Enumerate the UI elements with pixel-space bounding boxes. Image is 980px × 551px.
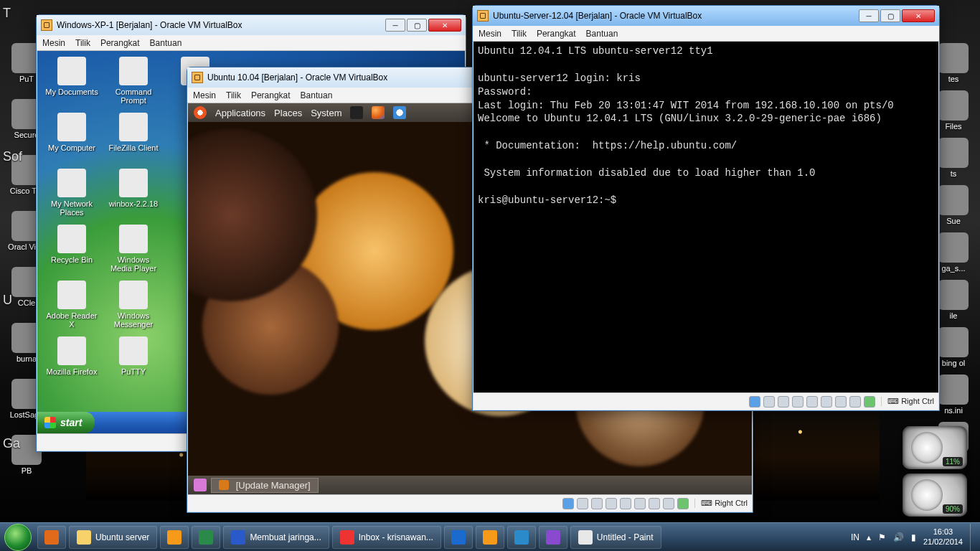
xp-titlebar[interactable]: Windows-XP-1 [Berjalan] - Oracle VM Virt…: [37, 15, 466, 35]
menu-tilik[interactable]: Tilik: [75, 38, 90, 48]
taskbar-item[interactable]: [192, 526, 220, 549]
taskbar-item[interactable]: [539, 526, 567, 549]
status-usb-icon[interactable]: [606, 498, 617, 509]
cpu-meter-gadget[interactable]: 11%: [903, 426, 967, 469]
taskbar-item-label: Untitled - Paint: [597, 532, 654, 542]
menu-mesin[interactable]: Mesin: [42, 38, 65, 48]
status-rec-icon[interactable]: [835, 396, 847, 408]
update-manager-icon: [219, 480, 229, 490]
xp-desktop-icon[interactable]: My Network Places: [44, 169, 99, 217]
show-desktop-button[interactable]: [970, 524, 976, 551]
xp-desktop-icon[interactable]: Mozilla Firefox: [44, 336, 99, 376]
menu-bantuan[interactable]: Bantuan: [301, 90, 333, 100]
network-meter-gadget[interactable]: 90%: [903, 474, 967, 517]
maximize-button[interactable]: ▢: [407, 19, 427, 32]
status-rec-icon[interactable]: [649, 498, 660, 509]
status-indicator-icon[interactable]: [864, 396, 875, 408]
status-mouse-icon[interactable]: [849, 396, 861, 408]
xp-start-button[interactable]: start: [37, 412, 95, 433]
server-titlebar[interactable]: Ubuntu-Server-12.04 [Berjalan] - Oracle …: [473, 6, 939, 26]
menu-tilik[interactable]: Tilik: [226, 90, 241, 100]
tray-volume-icon[interactable]: 🔊: [893, 532, 904, 542]
icon-label: My Documents: [44, 88, 99, 96]
minimize-button[interactable]: ─: [385, 19, 405, 32]
close-button[interactable]: ✕: [902, 9, 935, 22]
icon-label: Mozilla Firefox: [44, 367, 99, 376]
server-vbox-menu[interactable]: Mesin Tilik Perangkat Bantuan: [473, 26, 939, 42]
taskbar-item[interactable]: Membuat jaringa...: [223, 526, 329, 549]
close-button[interactable]: ✕: [428, 19, 461, 32]
menu-bantuan[interactable]: Bantuan: [586, 29, 618, 39]
menu-system[interactable]: System: [311, 108, 341, 118]
taskbar-update-manager[interactable]: [Update Manager]: [211, 478, 319, 493]
status-display-icon[interactable]: [634, 498, 646, 509]
menu-bantuan[interactable]: Bantuan: [150, 38, 182, 48]
xp-desktop-icon[interactable]: Windows Messenger: [106, 281, 161, 329]
system-tray[interactable]: IN ▴ ⚑ 🔊 ▮ 16:03 21/02/2014: [847, 524, 980, 551]
menu-perangkat[interactable]: Perangkat: [100, 38, 140, 48]
menu-perangkat[interactable]: Perangkat: [537, 29, 576, 39]
menu-applications[interactable]: Applications: [215, 108, 265, 118]
language-indicator[interactable]: IN: [851, 532, 859, 542]
status-hdd-icon[interactable]: [562, 498, 574, 509]
taskbar-clock[interactable]: 16:03 21/02/2014: [923, 527, 963, 546]
help-launcher-icon[interactable]: [393, 106, 406, 119]
menu-perangkat[interactable]: Perangkat: [251, 90, 291, 100]
status-display-icon[interactable]: [821, 396, 832, 408]
firefox-launcher-icon[interactable]: [372, 106, 385, 119]
minimize-button[interactable]: ─: [859, 9, 879, 22]
tray-battery-icon[interactable]: ▮: [911, 532, 916, 542]
icon-label: Windows Media Player: [106, 255, 161, 273]
xls-icon: [199, 530, 213, 545]
vm-window-ubuntu-server[interactable]: Ubuntu-Server-12.04 [Berjalan] - Oracle …: [472, 5, 940, 411]
xp-vbox-menu[interactable]: Mesin Tilik Perangkat Bantuan: [37, 35, 466, 51]
status-net-icon[interactable]: [591, 498, 603, 509]
status-hdd-icon[interactable]: [749, 396, 760, 408]
xp-desktop-icon[interactable]: Adobe Reader X: [44, 281, 99, 329]
maximize-button[interactable]: ▢: [880, 9, 900, 22]
gnome-bottom-panel[interactable]: [Update Manager]: [188, 476, 752, 494]
xp-desktop-icon[interactable]: PuTTY: [106, 336, 161, 376]
menu-places[interactable]: Places: [274, 108, 302, 118]
taskbar-item[interactable]: [160, 526, 189, 549]
menu-mesin[interactable]: Mesin: [479, 29, 501, 39]
tray-chevron-icon[interactable]: ▴: [867, 532, 871, 542]
clock-time: 16:03: [923, 527, 963, 537]
status-usb-icon[interactable]: [792, 396, 804, 408]
start-button[interactable]: [4, 524, 32, 551]
xp-desktop-icon[interactable]: Recycle Bin: [44, 225, 99, 264]
xp-desktop-icon[interactable]: winbox-2.2.18: [106, 169, 161, 208]
taskbar-item[interactable]: [507, 526, 536, 549]
status-cd-icon[interactable]: [763, 396, 775, 408]
desktop-group-label: Sof: [3, 149, 22, 164]
taskbar-item[interactable]: Inbox - krisnawan...: [332, 526, 441, 549]
cpu-percent: 11%: [943, 457, 963, 466]
xp-desktop-icon[interactable]: Command Prompt: [106, 57, 161, 105]
taskbar-item[interactable]: [37, 526, 66, 549]
xp-desktop-icon[interactable]: My Computer: [44, 113, 99, 152]
tray-flag-icon[interactable]: ⚑: [878, 532, 886, 542]
xp-desktop-icon[interactable]: FileZilla Client: [106, 113, 161, 152]
taskbar-item[interactable]: Ubuntu server: [69, 526, 157, 549]
menu-tilik[interactable]: Tilik: [512, 29, 527, 39]
wmp-icon: [167, 530, 182, 545]
xp-desktop-icon[interactable]: My Documents: [44, 57, 99, 96]
menu-mesin[interactable]: Mesin: [193, 90, 216, 100]
status-net-icon[interactable]: [778, 396, 789, 408]
taskbar-item[interactable]: [476, 526, 504, 549]
desktop-group-label: T: [3, 6, 11, 21]
taskbar-item[interactable]: Untitled - Paint: [570, 526, 661, 549]
xp-desktop-icon[interactable]: Windows Media Player: [106, 225, 161, 273]
taskbar-item[interactable]: [444, 526, 473, 549]
status-shared-icon[interactable]: [620, 498, 631, 509]
status-shared-icon[interactable]: [806, 396, 818, 408]
status-mouse-icon[interactable]: [663, 498, 674, 509]
server-terminal[interactable]: Ubuntu 12.04.1 LTS ubuntu-server12 tty1 …: [473, 42, 938, 392]
terminal-launcher-icon[interactable]: [350, 106, 363, 119]
status-indicator-icon[interactable]: [677, 498, 689, 509]
show-desktop-icon[interactable]: [194, 479, 207, 491]
ubuntu-logo-icon[interactable]: [194, 106, 207, 119]
app-icon: [57, 113, 86, 141]
status-cd-icon[interactable]: [577, 498, 588, 509]
host-taskbar[interactable]: Ubuntu serverMembuat jaringa...Inbox - k…: [0, 522, 980, 551]
